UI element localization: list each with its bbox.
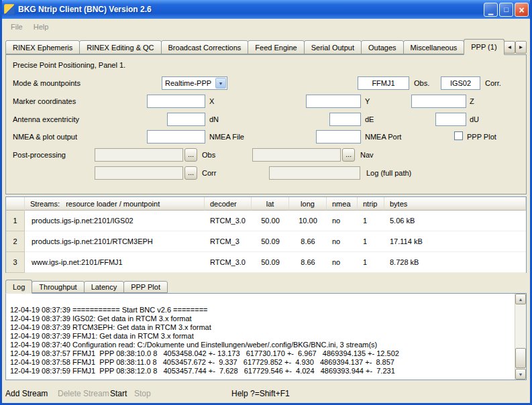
cell-bytes[interactable]: 17.114 kB <box>384 231 526 252</box>
scroll-down-icon[interactable]: ▼ <box>515 369 526 380</box>
cell-mountpoint[interactable]: products.igs-ip.net:2101/IGS02 <box>25 211 205 231</box>
post-log-label: Log (full path) <box>366 169 411 177</box>
antenna-de-field[interactable] <box>329 113 361 126</box>
row-number: 3 <box>6 252 25 273</box>
streams-table: Streams: resource loader / mountpoint de… <box>5 196 527 273</box>
start-button[interactable]: Start <box>110 389 127 398</box>
menu-file[interactable]: File <box>5 21 28 33</box>
maximize-icon: □ <box>504 6 509 13</box>
tab-ppp-1[interactable]: PPP (1) <box>464 39 504 55</box>
scroll-up-icon[interactable]: ▲ <box>515 294 526 304</box>
maximize-button[interactable]: □ <box>499 3 513 17</box>
tab-broadcast-corrections[interactable]: Broadcast Corrections <box>161 40 249 54</box>
cell-nmea[interactable]: no <box>327 211 358 231</box>
cell-ntrip[interactable]: 1 <box>358 231 384 252</box>
log-view[interactable]: 12-04-19 08:37:39 =========== Start BNC … <box>5 293 527 380</box>
tab-serial-output[interactable]: Serial Output <box>304 40 362 54</box>
marker-coordinates-label: Marker coordinates <box>13 97 76 105</box>
tab-feed-engine[interactable]: Feed Engine <box>248 40 304 54</box>
post-nav-label: Nav <box>360 151 374 159</box>
cell-lat[interactable]: 50.00 <box>252 211 289 231</box>
add-stream-button[interactable]: Add Stream <box>5 389 48 398</box>
cell-long[interactable]: 8.66 <box>289 252 327 273</box>
nmea-file-field[interactable] <box>147 130 205 143</box>
marker-y-field[interactable] <box>306 95 361 108</box>
log-line: 12-04-19 08:37:39 IGS02: Get data in RTC… <box>10 314 515 323</box>
minimize-button[interactable]: ▁ <box>484 3 498 17</box>
cell-nmea[interactable]: no <box>327 231 358 252</box>
post-obs-file-field[interactable] <box>95 148 183 162</box>
de-label: dE <box>365 115 374 123</box>
ppp-panel: Precise Point Positioning, Panel 1. Mode… <box>5 54 527 194</box>
header-lat[interactable]: lat <box>252 197 289 211</box>
log-line: 12-04-19 08:37:59 FFMJ1 PPP 08:38:12.0 8… <box>10 367 515 375</box>
log-scrollbar[interactable]: ▲ ▼ <box>515 294 526 380</box>
post-obs-browse-button[interactable]: ... <box>184 148 197 162</box>
marker-x-field[interactable] <box>147 95 205 108</box>
nmea-port-label: NMEA Port <box>365 133 401 141</box>
cell-bytes[interactable]: 5.06 kB <box>384 211 526 231</box>
cell-nmea[interactable]: no <box>327 252 358 273</box>
post-nav-browse-button[interactable]: ... <box>342 148 355 162</box>
post-corr-browse-button[interactable]: ... <box>184 166 197 180</box>
log-line: 12-04-19 08:37:40 Configuration read: C:… <box>10 341 515 349</box>
tab-scroll-left-icon[interactable]: ◄ <box>504 41 515 54</box>
cell-long[interactable]: 10.00 <box>289 211 327 231</box>
tab-rinex-ephemeris[interactable]: RINEX Ephemeris <box>5 40 80 54</box>
tab-miscellaneous[interactable]: Miscellaneous <box>403 40 465 54</box>
tab-outages[interactable]: Outages <box>361 40 404 54</box>
tab-rinex-editing-qc[interactable]: RINEX Editing & QC <box>79 40 161 54</box>
log-line: 12-04-19 08:37:57 FFMJ1 PPP 08:38:10.0 8… <box>10 349 515 358</box>
post-corr-file-field[interactable] <box>95 166 183 180</box>
tab-log[interactable]: Log <box>5 280 32 294</box>
ppp-mode-combobox[interactable]: Realtime-PPP ▼ <box>162 76 227 90</box>
y-label: Y <box>365 97 370 105</box>
obs-mountpoint-field[interactable] <box>358 76 409 90</box>
cell-lat[interactable]: 50.09 <box>252 252 289 273</box>
menu-help[interactable]: Help <box>28 21 54 33</box>
post-nav-file-field[interactable] <box>252 148 341 162</box>
log-line: 12-04-19 08:37:58 FFMJ1 PPP 08:38:11.0 8… <box>10 358 515 367</box>
cell-lat[interactable]: 50.09 <box>252 231 289 252</box>
post-log-path-field[interactable] <box>269 166 360 180</box>
cell-decoder[interactable]: RTCM_3.0 <box>205 252 252 273</box>
cell-bytes[interactable]: 8.728 kB <box>384 252 526 273</box>
cell-ntrip[interactable]: 1 <box>358 211 384 231</box>
antenna-dn-field[interactable] <box>167 113 205 126</box>
stop-button[interactable]: Stop <box>134 389 151 398</box>
tab-latency[interactable]: Latency <box>84 281 125 293</box>
header-mountpoint[interactable]: Streams: resource loader / mountpoint <box>25 197 205 211</box>
tab-throughput[interactable]: Throughput <box>32 281 84 293</box>
header-decoder[interactable]: decoder <box>205 197 252 211</box>
corr-mountpoint-field[interactable] <box>441 76 480 90</box>
post-corr-label: Corr <box>202 169 216 177</box>
cell-decoder[interactable]: RTCM_3 <box>205 231 252 252</box>
cell-mountpoint[interactable]: www.igs-ip.net:2101/FFMJ1 <box>25 252 205 273</box>
help-shortcut-label[interactable]: Help ?=Shift+F1 <box>231 389 290 398</box>
cell-mountpoint[interactable]: products.igs-ip.net:2101/RTCM3EPH <box>25 231 205 252</box>
tab-scroll-buttons: ◄ ► <box>504 41 527 54</box>
chevron-down-icon[interactable]: ▼ <box>215 78 226 89</box>
cell-long[interactable]: 8.66 <box>289 231 327 252</box>
close-button[interactable]: × <box>515 3 529 17</box>
table-corner-header <box>6 197 25 211</box>
tab-ppp-plot[interactable]: PPP Plot <box>123 281 168 293</box>
cell-decoder[interactable]: RTCM_3.0 <box>205 211 252 231</box>
dn-label: dN <box>209 115 219 123</box>
tab-scroll-right-icon[interactable]: ► <box>515 41 527 54</box>
title-bar[interactable]: BKG Ntrip Client (BNC) Version 2.6 ▁ □ × <box>0 0 532 19</box>
header-ntrip[interactable]: ntrip <box>358 197 384 211</box>
cell-ntrip[interactable]: 1 <box>358 252 384 273</box>
header-bytes[interactable]: bytes <box>384 197 526 211</box>
nmea-port-field[interactable] <box>316 130 361 143</box>
scrollbar-thumb[interactable] <box>515 348 526 368</box>
antenna-du-field[interactable] <box>435 113 466 126</box>
delete-stream-button[interactable]: Delete Stream <box>58 389 109 398</box>
header-long[interactable]: long <box>289 197 327 211</box>
output-tab-bar: Log Throughput Latency PPP Plot <box>5 280 167 293</box>
marker-z-field[interactable] <box>411 95 466 108</box>
log-text: 12-04-19 08:37:39 =========== Start BNC … <box>6 294 515 380</box>
ppp-plot-checkbox[interactable] <box>454 131 463 140</box>
row-number: 1 <box>6 211 25 231</box>
header-nmea[interactable]: nmea <box>327 197 358 211</box>
